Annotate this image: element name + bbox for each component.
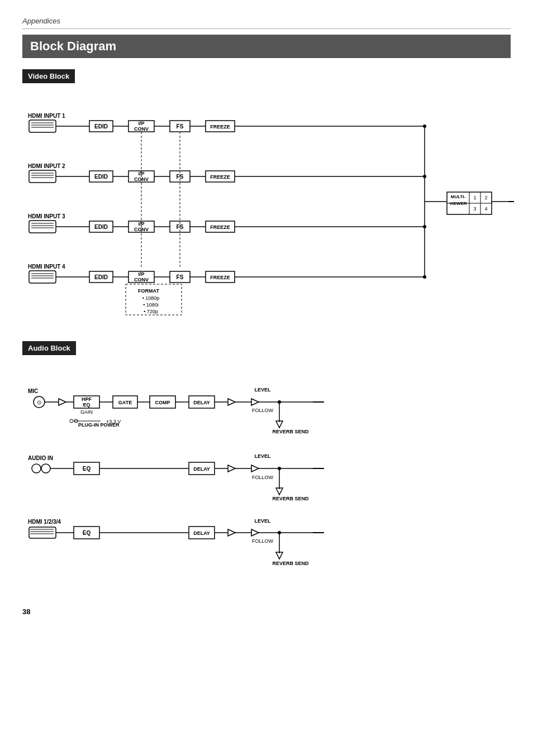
svg-text:• 720p: • 720p [144,309,158,314]
svg-marker-122 [228,399,235,405]
audio-block-diagram: MIC ⊙ HPF EQ GAIN GATE COMP DELAY LEVEL [22,361,511,596]
svg-text:REVERB SEND: REVERB SEND [272,429,309,434]
svg-text:FS: FS [177,123,184,130]
svg-point-140 [32,464,41,473]
breadcrumb: Appendices [22,17,511,25]
svg-text:COMP: COMP [155,400,170,405]
svg-text:FS: FS [177,174,184,180]
svg-text:EQ: EQ [83,530,91,536]
svg-rect-41 [29,221,56,233]
svg-text:REVERB SEND: REVERB SEND [272,496,309,501]
svg-text:FOLLOW: FOLLOW [252,475,274,480]
svg-text:CONV: CONV [134,277,149,283]
svg-text:FREEZE: FREEZE [210,174,230,180]
svg-point-87 [423,275,426,279]
svg-marker-173 [228,529,235,536]
svg-text:HDMI  INPUT 2: HDMI INPUT 2 [28,163,65,169]
svg-text:I/P: I/P [138,171,144,176]
svg-text:3: 3 [473,206,476,212]
svg-text:2: 2 [484,195,487,200]
video-block-label: Video Block [22,69,75,83]
svg-text:⊙: ⊙ [37,399,41,405]
svg-text:EQ: EQ [83,402,90,408]
svg-point-137 [70,419,73,423]
audio-block-label: Audio Block [22,341,76,355]
svg-text:CONV: CONV [134,176,149,182]
svg-text:I/P: I/P [138,221,144,227]
page-number: 38 [22,607,511,616]
svg-text:FS: FS [177,274,184,280]
svg-text:HDMI  INPUT 1: HDMI INPUT 1 [28,113,65,119]
svg-text:FORMAT: FORMAT [138,288,159,294]
svg-text:I/P: I/P [138,271,144,277]
svg-point-85 [423,175,426,178]
svg-text:HDMI  INPUT 3: HDMI INPUT 3 [28,213,65,219]
svg-rect-60 [29,271,56,283]
svg-rect-22 [29,170,56,183]
svg-marker-152 [251,465,259,472]
svg-marker-105 [59,399,66,405]
svg-text:FREEZE: FREEZE [210,124,230,130]
svg-point-86 [423,225,426,228]
svg-text:EDID: EDID [94,224,108,230]
svg-text:HPF: HPF [82,396,92,402]
svg-text:+3.3 V: +3.3 V [106,419,121,424]
svg-text:FS: FS [177,224,184,230]
svg-text:I/P: I/P [138,121,144,126]
svg-text:HDMI  INPUT 4: HDMI INPUT 4 [28,264,65,270]
svg-marker-176 [251,529,259,536]
svg-text:4: 4 [484,206,487,212]
svg-rect-162 [29,527,56,538]
svg-point-141 [41,464,50,473]
svg-text:LEVEL: LEVEL [254,453,271,459]
svg-text:DELAY: DELAY [193,466,210,472]
svg-text:• 1080i: • 1080i [143,302,159,308]
svg-text:GAIN: GAIN [80,409,93,415]
svg-text:DELAY: DELAY [193,400,210,405]
section-header: Block Diagram [22,35,511,58]
svg-text:VIEWER: VIEWER [449,201,467,206]
svg-text:FOLLOW: FOLLOW [252,408,274,413]
svg-text:LEVEL: LEVEL [254,387,271,393]
svg-text:CONV: CONV [134,227,149,232]
svg-rect-1 [29,120,56,132]
svg-text:LEVEL: LEVEL [254,518,271,524]
svg-point-84 [423,125,426,128]
svg-text:• 1080p: • 1080p [142,295,160,301]
svg-text:MIC: MIC [28,388,38,394]
svg-text:REVERB SEND: REVERB SEND [272,561,309,566]
svg-text:EDID: EDID [94,274,108,280]
svg-text:EDID: EDID [94,174,108,180]
svg-text:MULTI-: MULTI- [451,194,466,199]
video-block-diagram: HDMI INPUT 1 EDID I/P CONV FS FREEZE HDM… [22,89,511,324]
svg-text:EQ: EQ [83,466,91,472]
svg-text:1: 1 [473,195,476,200]
svg-text:HDMI 1/2/3/4: HDMI 1/2/3/4 [28,519,61,525]
svg-marker-125 [251,399,259,405]
svg-marker-149 [228,465,235,472]
svg-text:CONV: CONV [134,126,149,132]
svg-text:DELAY: DELAY [193,530,210,536]
svg-text:GATE: GATE [118,400,132,405]
svg-text:EDID: EDID [94,123,108,130]
svg-text:FREEZE: FREEZE [210,224,230,230]
svg-text:AUDIO IN: AUDIO IN [28,455,53,461]
svg-text:FOLLOW: FOLLOW [252,538,274,544]
svg-text:FREEZE: FREEZE [210,275,230,280]
